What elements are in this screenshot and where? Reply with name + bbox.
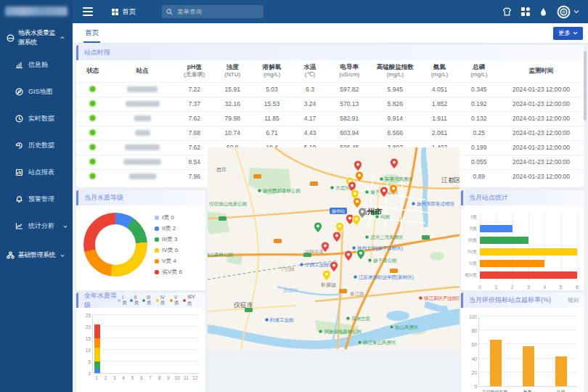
poi-marker-icon[interactable] bbox=[319, 330, 322, 333]
legend-item[interactable]: II类 bbox=[130, 294, 139, 307]
redacted-station-name bbox=[126, 101, 160, 107]
x-tick-label: 11 bbox=[181, 375, 190, 380]
legend-item[interactable]: IV类 bbox=[156, 294, 167, 307]
rules-link[interactable]: 规则 bbox=[568, 297, 579, 304]
legend-item[interactable]: I类 0 bbox=[155, 213, 182, 221]
layout-apps-icon[interactable] bbox=[521, 7, 530, 16]
legend-item[interactable]: IV类 6 bbox=[155, 246, 182, 254]
legend-item[interactable]: 劣V类 bbox=[183, 294, 197, 307]
x-tick-label: 6 bbox=[137, 375, 146, 380]
bar bbox=[480, 237, 528, 244]
y-tick-label: 40 bbox=[472, 356, 477, 361]
table-row[interactable]: 7.3732.1615.533.24570.135.8261.8520.1922… bbox=[76, 97, 584, 111]
poi-marker-icon[interactable] bbox=[300, 263, 303, 266]
map-canvas[interactable]: 扬州市仪征市江都区朴席镇西庄扬州西郊森林公园仪征捺山地质公园茱萸湾风景区唐子城风… bbox=[208, 147, 460, 349]
table-header-row: 状态站点pH值(无量纲)浊度(NTU)溶解氧(mg/L)水温(℃)电导率(uS/… bbox=[76, 60, 584, 82]
poi-marker-icon[interactable] bbox=[354, 275, 357, 279]
map-label-town: 朴席镇 bbox=[321, 282, 336, 288]
value-cell: 570.13 bbox=[328, 97, 372, 111]
poi-marker-icon[interactable] bbox=[258, 189, 261, 192]
value-cell: 0.25 bbox=[460, 126, 499, 140]
legend-color-dot bbox=[155, 237, 159, 242]
sidebar-group[interactable]: 地表水质量监测系统 bbox=[0, 17, 73, 52]
poi-marker-icon[interactable] bbox=[375, 215, 379, 219]
legend-item[interactable]: III类 bbox=[142, 294, 153, 307]
poi-marker-icon[interactable] bbox=[412, 202, 415, 205]
table-row[interactable]: 7.6810.746.714.43603.946.5662.0610.25202… bbox=[76, 126, 584, 140]
svg-text:运河三湾风景区: 运河三湾风景区 bbox=[370, 234, 404, 240]
sidebar-item-report[interactable]: 站点报表 bbox=[0, 159, 73, 186]
sidebar-item-stats[interactable]: 统计分析 bbox=[0, 213, 73, 240]
poi-marker-icon[interactable] bbox=[380, 177, 383, 181]
legend-item[interactable]: II类 2 bbox=[155, 224, 182, 232]
menu-search[interactable] bbox=[162, 5, 264, 18]
poi-marker-icon[interactable] bbox=[365, 190, 369, 194]
svg-text:茱萸湾风景区: 茱萸湾风景区 bbox=[384, 176, 414, 182]
poi-marker-icon[interactable] bbox=[346, 317, 350, 320]
sidebar-item-info-hub[interactable]: 信息舱 bbox=[0, 52, 73, 78]
value-cell: 7.68 bbox=[176, 126, 214, 140]
sidebar-item-history[interactable]: 历史数据 bbox=[0, 132, 73, 159]
legend-label: V类 4 bbox=[162, 257, 176, 265]
app-logo bbox=[5, 7, 68, 16]
search-input[interactable] bbox=[176, 7, 259, 16]
sidebar-item-alert[interactable]: 预警管理 bbox=[0, 186, 73, 213]
poi-marker-icon[interactable] bbox=[330, 186, 334, 189]
stack-segment bbox=[94, 324, 100, 338]
hbar-chart: I类II类III类IV类V类劣V类 bbox=[480, 213, 577, 282]
x-tick-label: 8 bbox=[155, 375, 163, 380]
sidebar-item-realtime[interactable]: 实时数据 bbox=[0, 105, 73, 132]
hamburger-menu-icon[interactable] bbox=[83, 7, 93, 16]
legend-label: III类 bbox=[147, 295, 153, 306]
breadcrumb-home[interactable]: 首页 bbox=[112, 7, 136, 17]
legend-color-dot bbox=[142, 299, 145, 302]
sidebar-group[interactable]: 基础管理系统 bbox=[0, 240, 73, 264]
x-tick-label: 10 bbox=[173, 375, 181, 380]
svg-text:瓜洲古渡: 瓜洲古渡 bbox=[351, 316, 371, 322]
map-label-badge: 扬州站 bbox=[330, 208, 347, 214]
column-header: 氨氮(mg/L) bbox=[420, 60, 460, 82]
category-label: IV类 bbox=[467, 249, 477, 256]
chevron-down-icon bbox=[62, 224, 68, 229]
legend-item[interactable]: V类 4 bbox=[155, 257, 182, 265]
x-tick-label: 总磷 bbox=[544, 389, 577, 392]
value-cell: 597.82 bbox=[328, 82, 372, 97]
poi-marker-icon[interactable] bbox=[365, 235, 369, 239]
page-scrollbar-thumb[interactable] bbox=[584, 51, 587, 121]
poi-marker-icon[interactable] bbox=[265, 318, 269, 322]
table-row[interactable]: 7.2215.915.036.3597.825.9454.0510.345202… bbox=[76, 82, 584, 97]
value-cell: 582.91 bbox=[328, 111, 372, 126]
poi-marker-icon[interactable] bbox=[358, 340, 362, 344]
legend-item[interactable]: 劣V类 6 bbox=[155, 268, 182, 276]
water-drop-icon[interactable] bbox=[539, 7, 547, 17]
donut-chart-area: I类 0II类 2III类 3IV类 6V类 4劣V类 6 bbox=[76, 205, 205, 277]
poi-marker-icon[interactable] bbox=[352, 246, 356, 250]
legend-item[interactable]: III类 3 bbox=[155, 235, 182, 243]
tab-home[interactable]: 首页 bbox=[85, 23, 99, 43]
value-cell: 10.74 bbox=[213, 126, 252, 140]
value-cell: 9.914 bbox=[371, 111, 420, 126]
poi-marker-icon[interactable] bbox=[390, 325, 393, 329]
poi-marker-icon[interactable] bbox=[368, 258, 372, 262]
x-tick-label: 7 bbox=[146, 375, 155, 380]
y-tick-label: 60 bbox=[472, 342, 477, 347]
gis-map-icon bbox=[15, 88, 23, 96]
map-label-green: 捺山森林公园 bbox=[208, 252, 233, 258]
legend-item[interactable]: I类 bbox=[118, 294, 127, 307]
value-cell: 2024-01-23 12:00:00 bbox=[498, 169, 584, 184]
value-cell: 11.85 bbox=[252, 111, 293, 126]
theme-shirt-icon[interactable] bbox=[502, 7, 512, 16]
status-cell bbox=[76, 126, 110, 140]
stack-segment bbox=[94, 369, 100, 373]
chevron-down-icon bbox=[573, 9, 579, 14]
x-tick-label: 1 bbox=[92, 375, 101, 380]
more-button[interactable]: 更多 bbox=[553, 27, 583, 40]
table-row[interactable]: 7.6279.9811.854.17582.919.9141.9110.1322… bbox=[76, 111, 584, 126]
user-menu[interactable] bbox=[557, 5, 579, 19]
value-cell: 79.98 bbox=[213, 111, 252, 126]
sidebar-item-gis-map[interactable]: GIS地图 bbox=[0, 78, 73, 105]
poi-marker-icon[interactable] bbox=[419, 296, 422, 300]
value-cell: 603.94 bbox=[328, 126, 372, 140]
map-label-water: 古运河 bbox=[283, 287, 298, 293]
legend-item[interactable]: V类 bbox=[170, 294, 180, 307]
